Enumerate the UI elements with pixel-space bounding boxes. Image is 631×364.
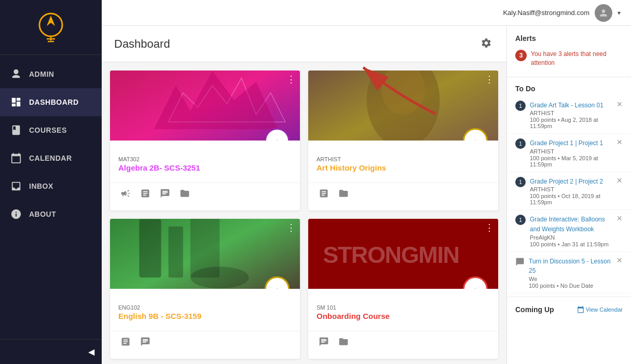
courses-icon — [10, 124, 22, 136]
grades-icon-arthist — [319, 188, 329, 199]
discussions-icon — [160, 188, 170, 199]
todo-link-4[interactable]: Turn in Discussion 5 - Lesson 25 — [529, 258, 611, 275]
todo-close-3[interactable]: ✕ — [616, 214, 623, 222]
alerts-banner: 3 You have 3 alerts that need attention — [507, 47, 631, 74]
admin-icon — [10, 68, 22, 80]
todo-num-0: 1 — [515, 101, 526, 111]
sidebar-item-courses[interactable]: COURSES — [0, 116, 102, 144]
files-btn-sm101[interactable] — [336, 334, 351, 352]
course-card-sm101: STRONGMIN ⋮ - SM 101 Onboarding Course — [308, 219, 498, 359]
section-divider — [507, 77, 631, 77]
todo-close-2[interactable]: ✕ — [616, 176, 623, 185]
course-name-sm101: Onboarding Course — [317, 312, 490, 320]
todo-content-2: Grade Project 2 | Project 2 ARTHIST 100 … — [530, 176, 612, 206]
todo-meta-4: 100 points • No Due Date — [529, 283, 612, 289]
dashboard-section: Dashboard — [102, 26, 506, 364]
course-info-eng102: ENG102 English 9B - SCS-3159 — [110, 289, 300, 331]
course-code-mat302: MAT302 — [118, 156, 292, 162]
todo-course-3: PreAlgKN — [530, 234, 612, 241]
top-header: Kaly.Nasiff@strongmind.com ▾ — [102, 0, 631, 26]
svg-rect-12 — [169, 227, 183, 278]
todo-item-0: 1 Grade Art Talk - Lesson 01 ARTHIST 100… — [507, 96, 631, 134]
todo-close-0[interactable]: ✕ — [616, 100, 623, 108]
todo-num-3: 1 — [515, 215, 526, 225]
discussions-btn-eng102[interactable] — [138, 334, 153, 352]
todo-close-4[interactable]: ✕ — [616, 256, 623, 264]
avatar-icon — [598, 8, 609, 18]
calendar-small-icon — [577, 306, 584, 313]
course-menu-mat302[interactable]: ⋮ — [286, 75, 296, 84]
avatar-text-arthist: - — [474, 135, 477, 141]
settings-button[interactable] — [478, 35, 494, 52]
course-menu-sm101[interactable]: ⋮ — [485, 223, 494, 232]
section-divider-2 — [507, 297, 631, 297]
sidebar-item-admin[interactable]: ADMIN — [0, 60, 102, 88]
discussions-btn-mat302[interactable] — [158, 186, 172, 203]
course-thumb-sm101: STRONGMIN ⋮ - — [308, 219, 498, 289]
course-actions-arthist — [308, 183, 498, 211]
gear-icon — [481, 37, 492, 49]
course-name-mat302: Algebra 2B- SCS-3251 — [118, 163, 292, 172]
todo-link-3[interactable]: Grade Interactive: Balloons and Weights … — [530, 216, 605, 233]
calendar-icon — [10, 152, 22, 164]
course-info-mat302: MAT302 Algebra 2B- SCS-3251 — [110, 141, 300, 183]
course-thumb-arthist: ⋮ - — [308, 71, 498, 141]
todo-link-0[interactable]: Grade Art Talk - Lesson 01 — [530, 102, 603, 109]
grades-icon — [140, 188, 150, 199]
dashboard-icon — [10, 96, 22, 108]
grades-icon-eng102 — [120, 337, 131, 347]
files-icon — [180, 188, 190, 199]
svg-point-14 — [190, 267, 249, 288]
alerts-title: Alerts — [507, 34, 631, 47]
files-btn-mat302[interactable] — [177, 186, 192, 203]
sidebar-item-about[interactable]: ABOUT — [0, 200, 102, 228]
main-content: Kaly.Nasiff@strongmind.com ▾ Dashboard — [102, 0, 631, 364]
content-area: Dashboard — [102, 26, 631, 364]
view-calendar-link[interactable]: View Calendar — [577, 306, 623, 313]
todo-close-1[interactable]: ✕ — [616, 138, 623, 146]
grades-btn-eng102[interactable] — [118, 334, 133, 352]
sidebar-item-dashboard[interactable]: DASHBOARD — [0, 88, 102, 116]
inbox-icon — [10, 180, 22, 192]
user-avatar[interactable] — [595, 4, 612, 22]
avatar-text-sm101: - — [474, 284, 477, 289]
todo-item-1: 1 Grade Project 1 | Project 1 ARTHIST 10… — [507, 134, 631, 172]
todo-num-2: 1 — [515, 177, 526, 187]
course-code-arthist: ARTHIST — [317, 156, 490, 162]
course-card-eng102: ⋮ - ENG102 English 9B - SCS-3159 — [110, 219, 300, 359]
todo-item-3: 1 Grade Interactive: Balloons and Weight… — [507, 210, 631, 251]
course-thumb-mat302: ⋮ - — [110, 71, 300, 141]
sidebar-item-admin-label: ADMIN — [29, 70, 54, 78]
grades-btn-arthist[interactable] — [317, 186, 331, 203]
discussions-btn-sm101[interactable] — [317, 334, 331, 352]
discussions-icon-eng102 — [140, 337, 150, 347]
todo-content-3: Grade Interactive: Balloons and Weights … — [530, 214, 612, 247]
avatar-text-mat302: - — [276, 135, 279, 141]
course-menu-eng102[interactable]: ⋮ — [286, 223, 296, 232]
sidebar-item-inbox[interactable]: INBOX — [0, 172, 102, 200]
sidebar-item-calendar[interactable]: CALENDAR — [0, 144, 102, 172]
course-menu-arthist[interactable]: ⋮ — [485, 75, 494, 84]
todo-link-2[interactable]: Grade Project 2 | Project 2 — [530, 178, 603, 185]
courses-grid: ⋮ - MAT302 Algebra 2B- SCS-3251 — [102, 62, 506, 364]
alert-text[interactable]: You have 3 alerts that need attention — [531, 50, 623, 67]
sidebar-nav: ADMIN DASHBOARD COURSES CALENDAR — [0, 55, 102, 339]
about-icon — [10, 208, 22, 220]
course-info-arthist: ARTHIST Art History Origins — [308, 141, 498, 183]
files-btn-arthist[interactable] — [336, 186, 351, 203]
sidebar-item-calendar-label: CALENDAR — [29, 154, 72, 162]
logo-container — [0, 0, 102, 55]
svg-rect-11 — [139, 219, 161, 278]
todo-link-1[interactable]: Grade Project 1 | Project 1 — [530, 139, 603, 147]
user-dropdown-arrow[interactable]: ▾ — [618, 9, 621, 17]
sidebar-collapse-btn[interactable]: ◀ — [0, 339, 102, 364]
course-code-sm101: SM 101 — [317, 304, 490, 311]
announcements-btn-mat302[interactable] — [118, 186, 133, 203]
todo-course-2: ARTHIST — [530, 186, 612, 192]
avatar-text-eng102: - — [276, 284, 279, 289]
announcements-icon — [120, 188, 131, 199]
course-card-mat302: ⋮ - MAT302 Algebra 2B- SCS-3251 — [110, 71, 300, 211]
todo-course-0: ARTHIST — [530, 110, 612, 116]
grades-btn-mat302[interactable] — [138, 186, 153, 203]
todo-content-0: Grade Art Talk - Lesson 01 ARTHIST 100 p… — [530, 100, 612, 130]
